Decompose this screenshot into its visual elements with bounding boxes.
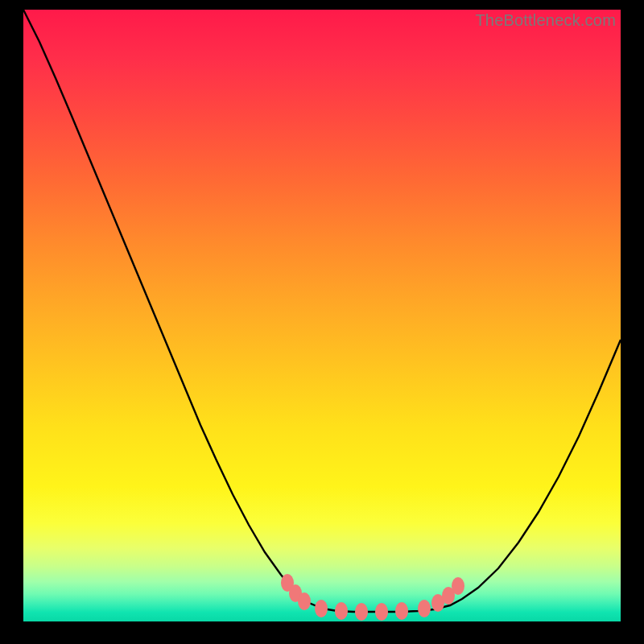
trough-marker [298, 592, 311, 610]
bottleneck-curve [23, 10, 621, 612]
watermark-text: TheBottleneck.com [475, 11, 616, 30]
trough-marker [315, 600, 328, 617]
trough-marker [355, 603, 368, 621]
trough-marker [335, 602, 348, 620]
chart-svg [23, 10, 621, 621]
trough-marker [418, 600, 431, 617]
trough-markers-group [281, 574, 464, 621]
trough-marker [452, 577, 464, 595]
trough-marker [395, 602, 408, 620]
chart-frame: TheBottleneck.com [23, 10, 621, 621]
trough-marker [375, 603, 388, 621]
